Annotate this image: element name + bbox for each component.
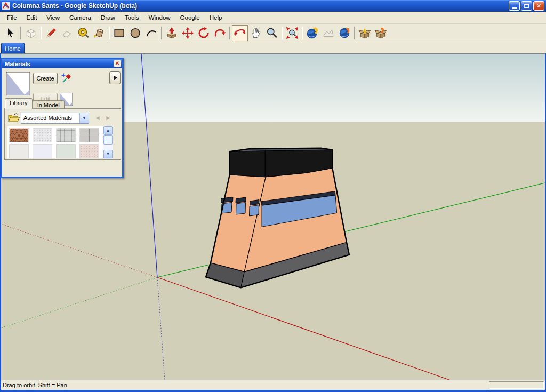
scene-tab-bar: Home (0, 42, 546, 53)
follow-me-icon (213, 27, 226, 39)
material-swatch[interactable] (33, 128, 52, 142)
material-swatch[interactable] (33, 144, 52, 158)
zoom-tool-button[interactable] (264, 25, 280, 41)
measurements-box[interactable] (489, 381, 544, 389)
create-material-button[interactable]: Create (33, 73, 58, 84)
menu-help[interactable]: Help (205, 13, 227, 22)
share-model-button[interactable] (373, 25, 389, 41)
make-component-tool-button[interactable] (23, 25, 39, 41)
get-models-button[interactable] (357, 25, 373, 41)
materials-panel: Materials ✕ Create Edit Library In Mod (1, 58, 124, 178)
rotate-tool-button[interactable] (196, 25, 212, 41)
material-swatch[interactable] (56, 128, 76, 142)
place-model-button[interactable] (336, 25, 352, 41)
right-triangle-icon (113, 75, 117, 81)
paint-bucket-icon (93, 27, 106, 39)
minimize-button[interactable] (509, 1, 520, 11)
scroll-down-arrow[interactable]: ▼ (103, 150, 113, 158)
globe-download-icon (306, 27, 319, 39)
select-arrow-icon (4, 27, 17, 39)
menu-view[interactable]: View (42, 13, 65, 22)
orbit-icon (234, 27, 246, 39)
paint-bucket-tool-button[interactable] (91, 25, 107, 41)
materials-close-button[interactable]: ✕ (114, 60, 121, 67)
materials-panel-title: Materials (5, 61, 30, 67)
library-tab-page: Assorted Materials ▼ ◄ ► ▲ ▼ (4, 108, 121, 160)
zoom-extents-tool-button[interactable] (284, 25, 300, 41)
rotate-icon (197, 27, 210, 39)
push-pull-tool-button[interactable] (164, 25, 180, 41)
toolbar-separator (282, 27, 283, 39)
box-download-icon (358, 27, 371, 39)
rectangle-icon (113, 27, 126, 39)
collection-back-arrow[interactable]: ◄ (94, 114, 101, 122)
material-swatch[interactable] (79, 128, 99, 142)
eraser-tool-button[interactable] (59, 25, 75, 41)
push-pull-icon (165, 27, 178, 39)
arc-tool-button[interactable] (143, 25, 159, 41)
rectangle-tool-button[interactable] (111, 25, 127, 41)
swatch-scrollbar[interactable]: ▲ ▼ (103, 126, 113, 158)
tab-library[interactable]: Library (5, 98, 33, 109)
select-tool-button[interactable] (3, 25, 19, 41)
restore-button[interactable] (521, 1, 532, 11)
toolbar-separator (109, 27, 110, 39)
scroll-up-arrow[interactable]: ▲ (103, 126, 113, 135)
material-swatch[interactable] (79, 144, 99, 158)
pan-tool-button[interactable] (248, 25, 264, 41)
toolbar-separator (354, 27, 355, 39)
collection-forward-arrow[interactable]: ► (105, 114, 111, 122)
globe-place-icon (338, 27, 351, 39)
circle-tool-button[interactable] (127, 25, 143, 41)
material-collection-dropdown[interactable]: Assorted Materials ▼ (21, 113, 89, 124)
menu-draw[interactable]: Draw (96, 13, 120, 22)
sketchup-logo-icon (2, 2, 10, 10)
follow-me-tool-button[interactable] (212, 25, 228, 41)
status-bar: Drag to orbit. Shift = Pan (0, 380, 546, 390)
line-tool-button[interactable] (43, 25, 59, 41)
arc-icon (145, 27, 158, 39)
roof-left-face (230, 151, 266, 177)
window-border-left (0, 53, 1, 390)
material-preview-swatch (6, 72, 30, 95)
toolbar-separator (229, 27, 230, 39)
left-window-2 (236, 203, 246, 215)
sample-paint-eyedropper-icon[interactable] (61, 73, 73, 84)
close-button[interactable]: ✕ (533, 1, 544, 11)
panel-flyout-arrow-button[interactable] (109, 71, 121, 84)
component-cube-icon (25, 27, 37, 39)
open-collection-folder-icon[interactable] (7, 113, 20, 123)
scene-tab-home[interactable]: Home (1, 43, 25, 53)
window-title: Columna Sants - Google SketchUp (beta) (12, 2, 137, 10)
toggle-terrain-button[interactable] (320, 25, 336, 41)
main-toolbar (0, 24, 546, 42)
eraser-icon (61, 27, 74, 39)
zoom-extents-icon (286, 27, 299, 39)
materials-tabs: Library In Model (5, 99, 65, 109)
title-bar: Columna Sants - Google SketchUp (beta) ✕ (0, 0, 546, 12)
tape-measure-tool-button[interactable] (75, 25, 91, 41)
materials-panel-titlebar[interactable]: Materials ✕ (2, 59, 122, 68)
move-tool-button[interactable] (180, 25, 196, 41)
window-border-bottom (0, 390, 546, 392)
status-message: Drag to orbit. Shift = Pan (3, 382, 67, 388)
material-swatch[interactable] (9, 128, 29, 142)
menu-file[interactable]: File (2, 13, 22, 22)
terrain-icon (322, 27, 335, 39)
material-swatch[interactable] (56, 144, 76, 158)
toolbar-separator (161, 27, 162, 39)
dropdown-arrow-icon[interactable]: ▼ (79, 113, 89, 123)
menu-bar: File Edit View Camera Draw Tools Window … (0, 12, 546, 24)
menu-edit[interactable]: Edit (22, 13, 42, 22)
material-swatch[interactable] (9, 144, 29, 158)
menu-google[interactable]: Google (175, 13, 205, 22)
get-current-view-button[interactable] (304, 25, 320, 41)
circle-icon (129, 27, 142, 39)
menu-window[interactable]: Window (144, 13, 175, 22)
material-swatch-grid: ▲ ▼ (7, 126, 113, 158)
scrollbar-thumb[interactable] (103, 135, 113, 145)
menu-tools[interactable]: Tools (120, 13, 144, 22)
menu-camera[interactable]: Camera (65, 13, 96, 22)
orbit-tool-button[interactable] (232, 25, 248, 41)
toolbar-separator (302, 27, 303, 39)
